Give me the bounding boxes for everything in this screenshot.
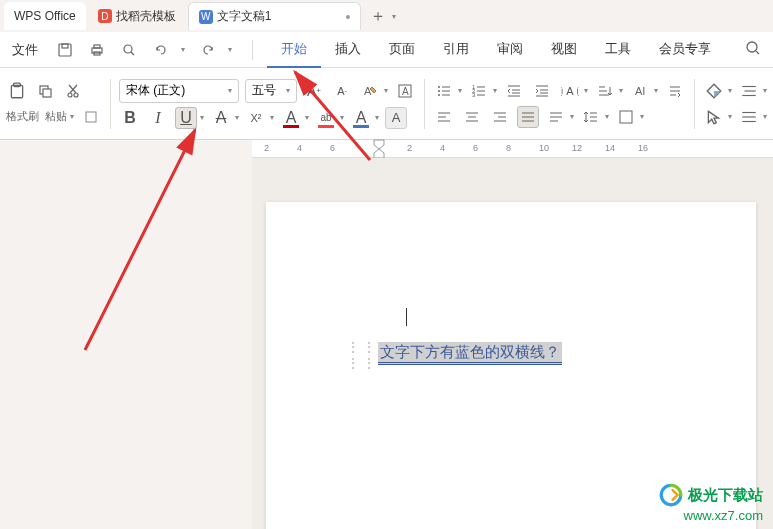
tab-member[interactable]: 会员专享 [645, 32, 725, 68]
tab-reference[interactable]: 引用 [429, 32, 483, 68]
menu-bar: 文件 ▾ ▾ 开始 插入 页面 引用 审阅 视图 工具 会员专享 [0, 32, 773, 68]
watermark-name: 极光下载站 [688, 486, 763, 505]
char-border-icon[interactable]: A [394, 80, 416, 102]
chevron-down-icon[interactable]: ▾ [70, 112, 74, 121]
superscript-button[interactable]: X² [245, 107, 267, 129]
chevron-down-icon[interactable]: ▾ [200, 113, 204, 122]
paste-icon[interactable] [6, 80, 28, 102]
separator [694, 79, 695, 129]
tab-page[interactable]: 页面 [375, 32, 429, 68]
underline-button[interactable]: U [175, 107, 197, 129]
file-menu[interactable]: 文件 [8, 41, 42, 59]
chevron-down-icon[interactable]: ▾ [181, 45, 185, 54]
sort-icon[interactable] [594, 80, 616, 102]
horizontal-ruler[interactable]: 2 4 6 2 4 6 8 10 12 14 16 [252, 140, 773, 158]
tab-insert[interactable]: 插入 [321, 32, 375, 68]
tabs-icon[interactable] [738, 80, 760, 102]
bold-button[interactable]: B [119, 107, 141, 129]
chevron-down-icon[interactable]: ▾ [584, 86, 588, 95]
show-marks-icon[interactable] [664, 80, 686, 102]
chevron-down-icon[interactable]: ▾ [458, 86, 462, 95]
highlight-button[interactable]: ab [315, 107, 337, 129]
align-center-icon[interactable] [461, 106, 483, 128]
save-icon[interactable] [56, 41, 74, 59]
clipboard-expand-icon[interactable] [80, 106, 102, 128]
chevron-down-icon[interactable]: ▾ [640, 112, 644, 121]
char-scale-icon[interactable]: ⟯A⟮ [559, 80, 581, 102]
chevron-down-icon[interactable]: ▾ [384, 86, 388, 95]
chevron-down-icon[interactable]: ▾ [375, 113, 379, 122]
close-icon[interactable]: • [345, 9, 350, 25]
doc-icon: W [199, 10, 213, 24]
selected-text[interactable]: 文字下方有蓝色的双横线？ [378, 342, 562, 365]
chevron-down-icon[interactable]: ▾ [728, 86, 732, 95]
paste-label[interactable]: 粘贴 [45, 109, 67, 124]
chevron-down-icon[interactable]: ▾ [270, 113, 274, 122]
search-icon[interactable] [745, 40, 765, 60]
chevron-down-icon[interactable]: ▾ [728, 112, 732, 121]
separator [110, 79, 111, 129]
border-icon[interactable] [615, 106, 637, 128]
chevron-down-icon[interactable]: ▾ [340, 113, 344, 122]
svg-point-25 [438, 94, 440, 96]
tab-tools[interactable]: 工具 [591, 32, 645, 68]
chevron-down-icon[interactable]: ▾ [605, 112, 609, 121]
chevron-down-icon[interactable]: ▾ [654, 86, 658, 95]
preview-icon[interactable] [120, 41, 138, 59]
number-list-icon[interactable]: 123 [468, 80, 490, 102]
align-distribute-icon[interactable] [545, 106, 567, 128]
chevron-down-icon[interactable]: ▾ [570, 112, 574, 121]
tab-template[interactable]: D 找稻壳模板 [88, 2, 186, 30]
char-shading-button[interactable]: A [385, 107, 407, 129]
increase-indent-icon[interactable] [531, 80, 553, 102]
redo-icon[interactable] [199, 41, 217, 59]
bullet-list-icon[interactable] [433, 80, 455, 102]
chevron-down-icon[interactable]: ▾ [228, 45, 232, 54]
chevron-down-icon[interactable]: ▾ [493, 86, 497, 95]
tab-start[interactable]: 开始 [267, 32, 321, 68]
undo-icon[interactable] [152, 41, 170, 59]
format-painter-label[interactable]: 格式刷 [6, 109, 39, 124]
strikethrough-button[interactable]: A [210, 107, 232, 129]
chevron-down-icon[interactable]: ▾ [235, 113, 239, 122]
increase-font-icon[interactable]: A+ [303, 80, 325, 102]
indent-marker-icon[interactable] [372, 138, 386, 160]
line-spacing-icon[interactable] [580, 106, 602, 128]
align-right-icon[interactable] [489, 106, 511, 128]
text-effect-button[interactable]: A [350, 107, 372, 129]
shading-icon[interactable] [703, 80, 725, 102]
align-justify-icon[interactable] [517, 106, 539, 128]
chevron-down-icon[interactable]: ▾ [763, 86, 767, 95]
align-left-icon[interactable] [433, 106, 455, 128]
chevron-down-icon[interactable]: ▾ [763, 112, 767, 121]
separator [252, 40, 253, 60]
drag-handle-icon[interactable]: ⋮⋮⋮⋮ [346, 339, 378, 371]
svg-line-8 [756, 51, 759, 54]
style-group: ▾ ▾ ▾ ▾ [703, 80, 767, 128]
find-replace-icon[interactable] [738, 106, 760, 128]
chevron-down-icon[interactable]: ▾ [619, 86, 623, 95]
print-icon[interactable] [88, 41, 106, 59]
paragraph-mark-icon[interactable]: AI [629, 80, 651, 102]
page-content[interactable]: 文字下方有蓝色的双横线？ [378, 342, 562, 365]
app-tab[interactable]: WPS Office [4, 2, 86, 30]
decrease-indent-icon[interactable] [503, 80, 525, 102]
tab-view[interactable]: 视图 [537, 32, 591, 68]
font-name-select[interactable]: 宋体 (正文) ▾ [119, 79, 239, 103]
add-tab-button[interactable]: ＋ ▾ [371, 4, 395, 28]
decrease-font-icon[interactable]: A- [331, 80, 353, 102]
app-name: WPS Office [14, 9, 76, 23]
tab-document[interactable]: W 文字文稿1 • [188, 2, 362, 30]
chevron-down-icon[interactable]: ▾ [305, 113, 309, 122]
watermark-logo-icon [658, 482, 684, 508]
font-size-select[interactable]: 五号 ▾ [245, 79, 297, 103]
tab-review[interactable]: 审阅 [483, 32, 537, 68]
select-icon[interactable] [703, 106, 725, 128]
clear-format-icon[interactable]: A [359, 80, 381, 102]
document-page[interactable]: ⋮⋮⋮⋮ 文字下方有蓝色的双横线？ [266, 202, 756, 529]
paragraph-group: ▾ 123▾ ⟯A⟮▾ ▾ AI▾ ▾ ▾ ▾ [433, 80, 686, 128]
cut-icon[interactable] [62, 80, 84, 102]
font-color-button[interactable]: A [280, 107, 302, 129]
italic-button[interactable]: I [147, 107, 169, 129]
copy-icon[interactable] [34, 80, 56, 102]
